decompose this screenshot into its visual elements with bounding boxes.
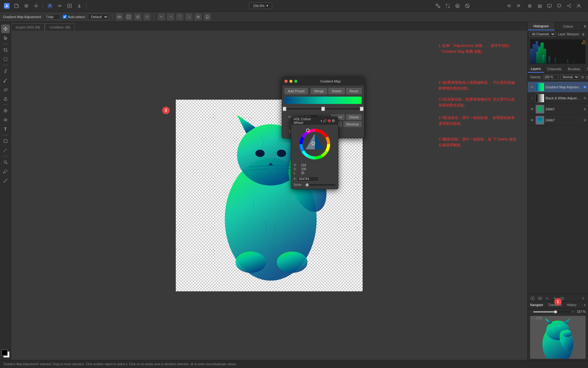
add-adjustment-btn[interactable] — [530, 295, 536, 301]
tab-layers[interactable]: Layers — [528, 65, 544, 73]
zoom-track[interactable] — [533, 311, 571, 312]
persona-liquify[interactable] — [55, 2, 64, 10]
align-left[interactable]: ⊢ — [158, 13, 165, 20]
persona-photo[interactable] — [46, 2, 54, 10]
layer-eye-2[interactable]: 👁 — [530, 96, 534, 101]
tab-colour[interactable]: Colour — [555, 22, 582, 30]
tool-type[interactable]: T — [1, 125, 10, 133]
tool-fill[interactable] — [1, 94, 10, 103]
transform-btn-3[interactable] — [134, 13, 141, 20]
tool-shape[interactable] — [1, 137, 10, 145]
pixel-icon[interactable] — [443, 2, 452, 10]
canvas-left[interactable]: 1. 點擊「Adjustments 調整」， 選單中找到「Gradient Ma… — [11, 31, 527, 360]
zoom-in-btn[interactable]: + — [572, 310, 574, 313]
layer-eye-4[interactable]: 👁 — [530, 118, 534, 123]
align-right[interactable]: ⊤ — [176, 13, 183, 20]
view-icon[interactable] — [22, 2, 31, 10]
tab-blog[interactable]: blog01-0402 [M] — [11, 23, 45, 31]
hist-menu[interactable]: ≡ — [580, 32, 586, 36]
nav-tab-navigator[interactable]: Navigator — [528, 301, 546, 309]
nav-tab-history[interactable]: History — [564, 301, 579, 309]
colour-wheel-svg[interactable] — [298, 127, 332, 161]
grid-icon[interactable]: ⊞ — [526, 2, 534, 10]
hsl-eyedropper-btn[interactable] — [322, 118, 328, 124]
tool-brush[interactable] — [1, 76, 10, 85]
layer-tab-hist[interactable]: Layer — [558, 33, 566, 36]
tool-zoom[interactable] — [1, 158, 10, 167]
tool-paint[interactable] — [1, 67, 10, 75]
zoom-out-btn[interactable]: − — [530, 310, 532, 313]
gradient-handle-right[interactable] — [360, 107, 364, 111]
snapping-icon[interactable] — [434, 2, 442, 10]
tool-pointer[interactable] — [1, 34, 10, 42]
auto-select-dropdown[interactable]: Default — [88, 14, 108, 20]
history-icon[interactable]: ⟲ — [505, 2, 513, 10]
panel-menu-btn[interactable]: ≡ — [582, 22, 588, 30]
tool-eyedropper[interactable] — [1, 167, 10, 176]
add-fx-btn[interactable]: fx — [544, 295, 550, 301]
dialog-close-btn[interactable] — [285, 80, 288, 83]
layer-item-gradient-map[interactable]: 👁 Gradient Map Adjustment — [528, 82, 588, 93]
auto-select-checkbox[interactable]: Auto-select: — [63, 15, 85, 19]
tool-redeye[interactable] — [1, 116, 10, 124]
share-icon[interactable] — [565, 2, 573, 10]
tab-stock[interactable]: Stock — [584, 65, 588, 73]
tool-marquee[interactable] — [1, 55, 10, 63]
btn-delete-field[interactable]: Delete — [346, 114, 362, 120]
persona-develop[interactable] — [65, 2, 74, 10]
btn-delete-top[interactable]: Delete — [328, 88, 345, 94]
tab-secondary[interactable]: <Untitled> [M] — [45, 23, 75, 31]
dialog-max-btn[interactable] — [294, 80, 297, 83]
tool-pen[interactable] — [1, 146, 10, 155]
restrict-icon[interactable] — [463, 2, 472, 10]
marquee-tab-hist[interactable]: Marquee — [567, 33, 579, 36]
tool-clone[interactable] — [1, 106, 10, 115]
layer-item-24667-1[interactable]: 👁 24667 — [528, 104, 588, 115]
layer-menu-btn[interactable]: ≡ — [580, 295, 586, 301]
layer-item-24667-2[interactable]: 👁 24667 — [528, 115, 588, 126]
btn-reverse[interactable]: Reverse — [344, 121, 362, 127]
foreground-color-swatch[interactable] — [2, 350, 8, 356]
noise-thumb[interactable] — [306, 183, 309, 186]
layer-settings-btn[interactable]: ⚙ — [581, 75, 584, 80]
gradient-preview-bar[interactable] — [285, 97, 362, 104]
settings-icon[interactable] — [32, 2, 40, 10]
transform-btn-2[interactable] — [125, 13, 132, 20]
dialog-min-btn[interactable] — [289, 80, 292, 83]
btn-merge[interactable]: Merge — [311, 88, 327, 94]
layer-lock-btn[interactable] — [586, 75, 588, 80]
color-icon[interactable] — [453, 2, 462, 10]
tool-erase[interactable] — [1, 85, 10, 94]
user-icon[interactable] — [575, 2, 583, 10]
tab-channels[interactable]: Channels — [544, 65, 565, 73]
app-icon[interactable]: A — [2, 2, 11, 10]
btn-add-preset[interactable]: Add Preset — [285, 88, 308, 94]
gradient-handle-mid[interactable] — [321, 107, 325, 111]
tab-histogram[interactable]: Histogram — [528, 22, 555, 30]
tool-measure[interactable] — [1, 176, 10, 185]
tool-move[interactable] — [1, 25, 10, 33]
tool-crop[interactable] — [1, 46, 10, 54]
layer-item-bw[interactable]: 👁 Black & White Adjustment — [528, 93, 588, 104]
add-mask-btn[interactable] — [537, 295, 543, 301]
opacity-input[interactable] — [543, 75, 559, 79]
transform-btn-4[interactable] — [144, 13, 150, 20]
align-center-h[interactable]: ⊣ — [167, 13, 174, 20]
btn-reset[interactable]: Reset — [346, 88, 362, 94]
dpi-input[interactable] — [43, 14, 60, 20]
chat-icon[interactable] — [555, 2, 564, 10]
blend-mode-select[interactable]: Normal — [560, 75, 579, 80]
align-center-v[interactable] — [195, 13, 202, 20]
zoom-selector[interactable]: 156.9% ▾ — [249, 2, 272, 9]
file-icon[interactable] — [12, 2, 21, 10]
layer-eye-1[interactable]: 👁 — [530, 85, 534, 90]
channels-dropdown[interactable]: All Channels — [530, 32, 556, 37]
tab-brushes[interactable]: Brushes — [565, 65, 584, 73]
nav-menu-btn[interactable]: ≡ — [582, 301, 588, 309]
zoom-thumb[interactable] — [554, 310, 557, 313]
hex-input[interactable] — [297, 176, 319, 182]
align-bottom[interactable] — [204, 13, 211, 20]
transform-btn-1[interactable] — [116, 13, 123, 20]
gradient-handle-left[interactable] — [283, 107, 286, 111]
hsl-settings-btn[interactable]: ⚙ — [331, 118, 336, 123]
